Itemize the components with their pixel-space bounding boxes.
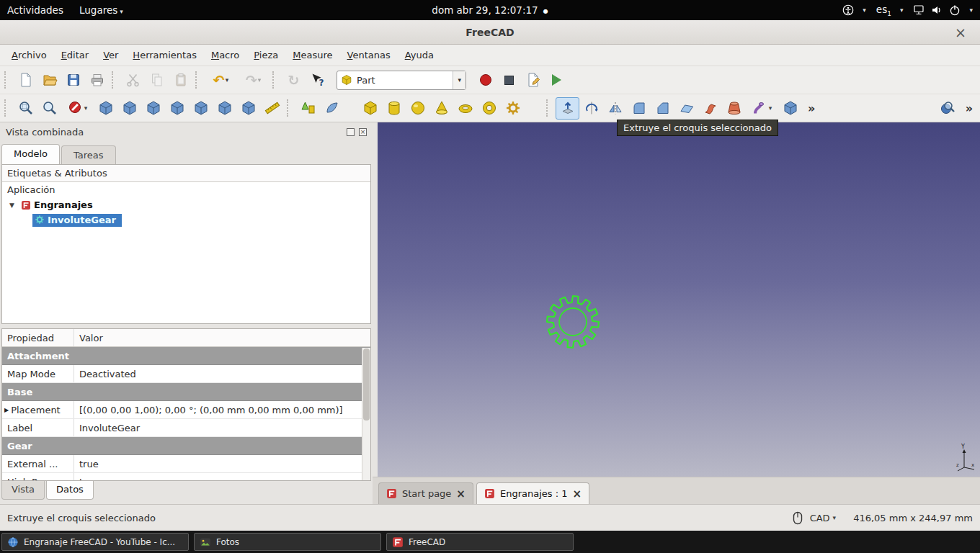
cylinder-button[interactable] [382,97,406,120]
top-view-button[interactable] [141,97,165,120]
box-button[interactable] [358,97,382,120]
torus-button[interactable] [453,97,477,120]
property-row-external[interactable]: External ... true [2,455,370,473]
draw-style-button[interactable]: ▾ [61,97,94,120]
property-row-label[interactable]: Label InvoluteGear [2,419,370,437]
menu-herramientas[interactable]: Herramientas [125,47,204,63]
menu-pieza[interactable]: Pieza [246,47,285,63]
fit-selection-button[interactable] [37,97,61,120]
measure-button[interactable] [260,97,284,120]
tab-vista[interactable]: Vista [1,481,45,500]
activities-button[interactable]: Actividades [7,4,63,16]
menu-editar[interactable]: Editar [54,47,97,63]
toolbar-handle[interactable] [546,99,553,117]
property-group-attachment[interactable]: Attachment [2,347,370,365]
cone-button[interactable] [429,97,453,120]
run-macro-button[interactable] [545,69,569,91]
window-close-button[interactable]: × [951,23,970,42]
tab-datos[interactable]: Datos [46,481,94,500]
tab-tareas[interactable]: Tareas [61,145,116,164]
toolbar-handle[interactable] [112,71,118,89]
front-view-button[interactable] [117,97,141,120]
tree-item-application[interactable]: Aplicación [2,182,370,197]
toolbar-handle[interactable] [195,71,202,89]
draw-style-dropdown-icon[interactable]: ▾ [84,104,88,112]
fit-all-button[interactable] [14,97,37,120]
taskbar-window-browser[interactable]: Engranaje FreeCAD - YouTube - Ic... [1,533,189,551]
tree-item-involutegear[interactable]: InvoluteGear [2,212,370,228]
navigation-style-selector[interactable]: CAD ▾ [810,513,837,523]
ruled-surface-button[interactable] [698,97,722,120]
mirror-button[interactable] [603,97,627,120]
extrude-button[interactable] [556,97,579,120]
scrollbar[interactable] [362,348,370,480]
places-menu[interactable]: Lugares▾ [79,4,123,16]
make-face-button[interactable] [674,97,698,120]
menu-ayuda[interactable]: Ayuda [398,47,441,63]
whats-this-button[interactable]: ? [306,69,329,91]
property-row-placement[interactable]: ▶Placement [(0,00 0,00 1,00); 0,00 °; (0… [2,401,370,419]
shape-builder-button[interactable] [320,97,344,120]
sweep-dropdown-icon[interactable]: ▾ [769,104,772,112]
clock-menu[interactable]: dom abr 29, 12:07:17● [432,4,548,16]
menu-ventanas[interactable]: Ventanas [340,47,398,63]
tree-item-document[interactable]: ▼ Engranajes [2,197,370,212]
toolbar-handle[interactable] [4,99,11,117]
fillet-button[interactable] [627,97,651,120]
tab-close-icon[interactable]: × [572,487,582,500]
bottom-view-button[interactable] [213,97,236,120]
undo-dropdown-icon[interactable]: ▾ [226,76,229,84]
record-macro-button[interactable] [473,69,497,91]
cut-button[interactable] [121,69,145,91]
gear-tool-button[interactable] [501,97,525,120]
scrollbar-thumb[interactable] [363,349,370,421]
property-group-gear[interactable]: Gear [2,437,370,455]
menu-macro[interactable]: Macro [204,47,246,63]
create-primitives-button[interactable] [296,97,320,120]
paste-button[interactable] [169,69,192,91]
redo-button[interactable]: ↷▾ [237,69,270,91]
expand-icon[interactable]: ▶ [4,407,9,413]
window-titlebar[interactable]: FreeCAD × [0,20,980,45]
right-view-button[interactable] [165,97,189,120]
new-file-button[interactable] [14,69,37,91]
3d-viewport[interactable]: Y x z [378,122,980,477]
tab-engranajes[interactable]: Engranajes : 1 × [476,482,589,504]
sphere-button[interactable] [406,97,429,120]
toolbar-handle[interactable] [4,71,11,89]
revolve-button[interactable] [579,97,603,120]
undo-button[interactable]: ↶▾ [205,69,237,91]
menu-ver[interactable]: Ver [96,47,125,63]
edit-macro-button[interactable] [521,69,545,91]
refresh-button[interactable]: ↻ [282,69,306,91]
system-status-menu[interactable]: ▾ [913,4,973,16]
copy-button[interactable] [145,69,169,91]
toolbar-handle[interactable] [287,99,293,117]
panel-float-button[interactable] [347,128,355,136]
tab-modelo[interactable]: Modelo [1,144,60,164]
compound-button[interactable] [778,97,802,120]
menu-archivo[interactable]: Archivo [4,47,54,63]
inspect-shape-button[interactable] [936,97,960,120]
taskbar-window-fotos[interactable]: Fotos [194,533,381,551]
loft-button[interactable] [722,97,746,120]
keyboard-layout-menu[interactable]: es1 ▾ [876,4,904,17]
workbench-selector[interactable]: Part ▾ [337,71,466,90]
toolbar-overflow-button[interactable]: » [960,102,979,115]
toolbar-overflow-button[interactable]: » [802,102,821,115]
tab-start-page[interactable]: Start page × [378,482,473,504]
print-button[interactable] [85,69,109,91]
panel-close-button[interactable]: × [359,128,367,136]
rear-view-button[interactable] [189,97,213,120]
tab-close-icon[interactable]: × [456,487,466,500]
menu-measure[interactable]: Measure [285,47,339,63]
open-file-button[interactable] [37,69,61,91]
property-group-base[interactable]: Base [2,383,370,401]
collapse-icon[interactable]: ▼ [9,202,18,209]
sweep-button[interactable]: ▾ [746,97,778,120]
combo-dropdown-icon[interactable]: ▾ [453,71,466,89]
redo-dropdown-icon[interactable]: ▾ [258,76,262,84]
taskbar-window-freecad[interactable]: FreeCAD [386,533,574,551]
left-view-button[interactable] [236,97,260,120]
stop-macro-button[interactable] [497,69,521,91]
